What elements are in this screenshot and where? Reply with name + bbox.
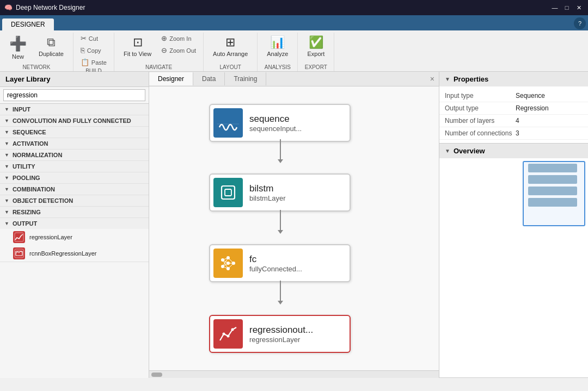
tab-designer[interactable]: DESIGNER: [2, 18, 54, 30]
tree-group-combination: ▼ COMBINATION: [0, 184, 149, 195]
chevron-icon: ▼: [4, 221, 9, 226]
chevron-icon: ▼: [4, 118, 9, 123]
ribbon-group-build: ✂ Cut ⎘ Copy 📋 Paste BUILD: [74, 33, 114, 71]
tree-group-header-pooling[interactable]: ▼ POOLING: [0, 172, 149, 183]
list-item[interactable]: regressionLayer: [0, 229, 149, 245]
zoom-in-icon: ⊕: [161, 34, 167, 42]
tab-designer[interactable]: Designer: [149, 72, 193, 85]
duplicate-button[interactable]: ⧉ Duplicate: [34, 33, 69, 60]
tree-group-header-utility[interactable]: ▼ UTILITY: [0, 161, 149, 172]
horizontal-scrollbar[interactable]: [149, 370, 439, 378]
node-sequence-input[interactable]: sequence sequenceInput...: [209, 104, 351, 142]
minimize-button[interactable]: —: [550, 3, 560, 13]
prop-row-num-layers: Number of layers 4: [439, 115, 588, 127]
tree-group-header-normalization[interactable]: ▼ NORMALIZATION: [0, 150, 149, 160]
scroll-thumb[interactable]: [151, 373, 162, 377]
node-title-regression: regressionout...: [249, 325, 313, 336]
chevron-icon: ▼: [4, 175, 9, 181]
tree-group-header-resizing[interactable]: ▼ RESIZING: [0, 207, 149, 218]
layer-tree: ▼ INPUT ▼ CONVOLUTION AND FULLY CONNECTE…: [0, 104, 149, 378]
group-label: CONVOLUTION AND FULLY CONNECTED: [13, 117, 131, 124]
svg-rect-4: [217, 182, 239, 203]
properties-title: Properties: [454, 75, 488, 83]
svg-point-26: [231, 328, 234, 331]
left-panel: Layer Library ▼ INPUT ▼ CONVOLUTION AND …: [0, 72, 149, 378]
paste-button[interactable]: 📋 Paste: [78, 57, 109, 68]
overview-canvas[interactable]: [439, 158, 588, 377]
duplicate-label: Duplicate: [39, 51, 64, 57]
analyze-button[interactable]: 📊 Analyze: [262, 33, 293, 60]
svg-rect-23: [217, 323, 239, 345]
node-text: bilstm bilstmLayer: [249, 183, 285, 202]
tree-group-header-object-detection[interactable]: ▼ OBJECT DETECTION: [0, 195, 149, 206]
network-canvas[interactable]: sequence sequenceInput... bilstm bil: [149, 86, 439, 370]
help-button[interactable]: ?: [574, 17, 586, 29]
list-item[interactable]: rcnnBoxRegressionLayer: [0, 245, 149, 262]
paste-label: Paste: [91, 59, 107, 66]
new-label: New: [12, 53, 24, 60]
tree-group-header-convolution[interactable]: ▼ CONVOLUTION AND FULLY CONNECTED: [0, 115, 149, 126]
fit-icon: ⊡: [133, 35, 143, 49]
node-bilstm[interactable]: bilstm bilstmLayer: [209, 173, 351, 212]
rcnn-layer-icon: [13, 247, 25, 259]
chevron-icon: ▼: [4, 164, 9, 169]
close-button[interactable]: ✕: [574, 3, 584, 13]
node-subtitle-sequence: sequenceInput...: [249, 125, 302, 133]
tree-group-header-input[interactable]: ▼ INPUT: [0, 104, 149, 115]
tree-group-object-detection: ▼ OBJECT DETECTION: [0, 195, 149, 207]
tree-group-sequence: ▼ SEQUENCE: [0, 127, 149, 138]
node-subtitle-bilstm: bilstmLayer: [249, 194, 285, 202]
ribbon-group-navigate: ⊡ Fit to View ⊕ Zoom In ⊖ Zoom Out NAVIG…: [114, 33, 204, 71]
new-button[interactable]: ➕ New: [4, 33, 32, 63]
copy-label: Copy: [87, 47, 101, 54]
tab-training[interactable]: Training: [225, 72, 266, 85]
cut-button[interactable]: ✂ Cut: [78, 33, 109, 44]
properties-list: Input type Sequence Output type Regressi…: [439, 86, 588, 143]
chevron-icon: ▼: [4, 198, 9, 203]
overview-viewport: [523, 161, 585, 226]
group-label: OUTPUT: [13, 220, 37, 227]
node-subtitle-regression: regressionLayer: [249, 336, 313, 344]
tab-data[interactable]: Data: [193, 72, 225, 85]
canvas-tabs: Designer Data Training ×: [149, 72, 439, 86]
canvas-area: Designer Data Training × sequence se: [149, 72, 439, 378]
properties-section: ▼ Properties Input type Sequence Output …: [439, 72, 588, 144]
chevron-icon: ▼: [4, 187, 9, 192]
auto-arrange-label: Auto Arrange: [213, 51, 248, 57]
prop-row-num-connections: Number of connections 3: [439, 127, 588, 140]
new-icon: ➕: [9, 35, 27, 52]
search-box: [0, 87, 149, 104]
copy-button[interactable]: ⎘ Copy: [78, 45, 109, 56]
tree-group-header-sequence[interactable]: ▼ SEQUENCE: [0, 127, 149, 138]
rcnn-layer-label: rcnnBoxRegressionLayer: [29, 250, 97, 257]
bilstm-icon: [213, 178, 243, 207]
zoom-in-button[interactable]: ⊕ Zoom In: [158, 33, 199, 44]
search-input[interactable]: [3, 89, 145, 101]
properties-header[interactable]: ▼ Properties: [439, 72, 588, 86]
fit-to-view-button[interactable]: ⊡ Fit to View: [119, 33, 156, 60]
chevron-icon: ▼: [4, 141, 9, 146]
zoom-buttons: ⊕ Zoom In ⊖ Zoom Out: [158, 33, 199, 56]
overview-header[interactable]: ▼ Overview: [439, 144, 588, 158]
group-label: COMBINATION: [13, 186, 55, 193]
node-fc[interactable]: fc fullyConnected...: [209, 244, 351, 282]
export-group-label: EXPORT: [305, 64, 327, 71]
fit-label: Fit to View: [124, 51, 151, 57]
tree-group-header-combination[interactable]: ▼ COMBINATION: [0, 184, 149, 195]
tree-group-header-output[interactable]: ▼ OUTPUT: [0, 218, 149, 229]
export-button[interactable]: ✅ Export: [302, 33, 329, 60]
zoom-out-button[interactable]: ⊖ Zoom Out: [158, 45, 199, 56]
maximize-button[interactable]: □: [562, 3, 572, 13]
tree-group-header-activation[interactable]: ▼ ACTIVATION: [0, 138, 149, 149]
duplicate-icon: ⧉: [47, 35, 56, 49]
zoom-in-label: Zoom In: [169, 35, 191, 42]
canvas-close-button[interactable]: ×: [426, 72, 439, 86]
group-label: INPUT: [13, 106, 30, 113]
zoom-out-label: Zoom Out: [169, 47, 196, 54]
properties-chevron-icon: ▼: [445, 76, 450, 82]
auto-arrange-button[interactable]: ⊞ Auto Arrange: [208, 33, 253, 60]
tree-group-pooling: ▼ POOLING: [0, 172, 149, 184]
node-regression-out[interactable]: regressionout... regressionLayer: [209, 315, 351, 353]
node-title-fc: fc: [249, 254, 302, 265]
prop-label: Number of connections: [445, 129, 516, 137]
